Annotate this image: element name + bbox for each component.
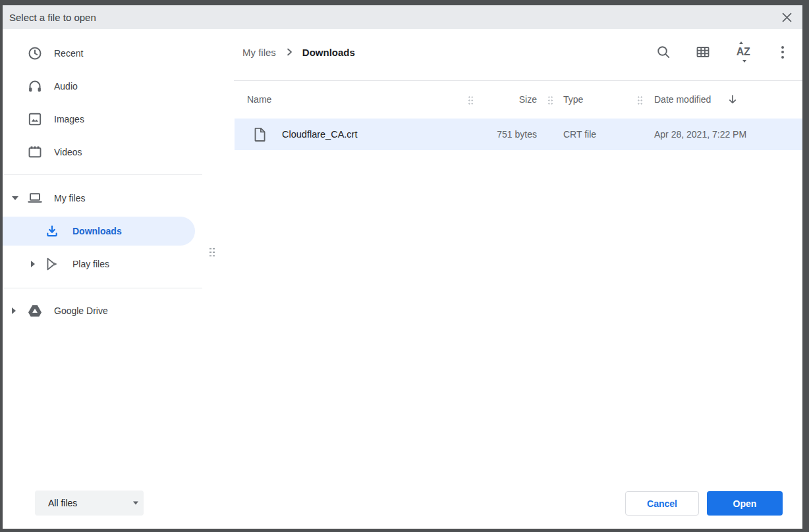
play-files-icon xyxy=(44,256,60,272)
column-header-type[interactable]: Type xyxy=(563,94,583,105)
sort-descending-arrow-icon[interactable] xyxy=(727,94,738,105)
sidebar-item-play-files[interactable]: Play files xyxy=(3,250,200,279)
sort-options-button[interactable]: AZ xyxy=(730,39,756,65)
column-resize-handle-icon[interactable] xyxy=(547,95,553,105)
file-date-modified: Apr 28, 2021, 7:22 PM xyxy=(654,129,746,140)
download-icon xyxy=(44,223,60,239)
dialog-title: Select a file to open xyxy=(9,12,96,23)
sidebar-divider xyxy=(4,288,202,288)
grid-view-icon xyxy=(696,45,710,59)
expand-arrow-icon[interactable] xyxy=(12,196,18,200)
file-row-cloudflare-ca[interactable]: Cloudflare_CA.crt 751 bytes CRT file Apr… xyxy=(235,119,802,150)
document-file-icon xyxy=(253,126,266,142)
sidebar-item-audio[interactable]: Audio xyxy=(3,72,200,101)
sort-az-icon: AZ xyxy=(737,47,750,57)
column-header-date-modified[interactable]: Date modified xyxy=(654,94,711,105)
header-divider xyxy=(234,80,802,81)
sidebar-label: Downloads xyxy=(72,226,122,236)
sidebar-item-my-files[interactable]: My files xyxy=(3,184,200,213)
breadcrumb-my-files[interactable]: My files xyxy=(242,47,276,58)
sidebar-resize-handle[interactable] xyxy=(209,247,215,257)
sidebar-label: Google Drive xyxy=(54,306,108,316)
file-name: Cloudflare_CA.crt xyxy=(282,129,357,140)
expand-arrow-icon[interactable] xyxy=(12,307,16,314)
image-icon xyxy=(27,111,43,127)
grid-view-button[interactable] xyxy=(690,39,716,65)
google-drive-icon xyxy=(27,303,43,319)
column-resize-handle-icon[interactable] xyxy=(637,95,643,105)
file-picker-dialog: Select a file to open Recent Audio Image… xyxy=(3,5,802,529)
laptop-icon xyxy=(27,190,43,206)
sidebar-item-videos[interactable]: Videos xyxy=(3,138,200,167)
sidebar-label: Videos xyxy=(54,147,82,157)
column-header-name[interactable]: Name xyxy=(247,94,271,105)
sidebar-label: Images xyxy=(54,114,84,124)
sidebar-label: Audio xyxy=(54,81,78,92)
close-icon xyxy=(782,13,792,22)
search-icon xyxy=(656,45,671,59)
file-type-filter-select[interactable]: All files xyxy=(35,491,144,516)
sidebar-divider xyxy=(4,174,202,175)
column-resize-handle-icon[interactable] xyxy=(468,95,474,105)
search-button[interactable] xyxy=(650,39,677,65)
dialog-titlebar: Select a file to open xyxy=(3,5,802,29)
sidebar-item-images[interactable]: Images xyxy=(3,105,200,134)
breadcrumb-downloads: Downloads xyxy=(302,47,355,58)
sidebar-item-recent[interactable]: Recent xyxy=(3,39,200,68)
cancel-button[interactable]: Cancel xyxy=(625,491,699,516)
file-type: CRT file xyxy=(563,129,596,140)
column-header-size[interactable]: Size xyxy=(497,94,537,105)
headphones-icon xyxy=(27,78,43,94)
expand-arrow-icon[interactable] xyxy=(31,261,35,267)
file-size: 751 bytes xyxy=(468,129,537,140)
close-button[interactable] xyxy=(777,8,796,26)
more-options-button[interactable] xyxy=(769,39,796,65)
sidebar-label: Recent xyxy=(54,48,83,59)
video-icon xyxy=(27,144,43,160)
caret-down-icon xyxy=(133,502,138,505)
sidebar-item-google-drive[interactable]: Google Drive xyxy=(3,296,200,325)
kebab-menu-icon xyxy=(781,46,784,59)
clock-icon xyxy=(27,45,43,61)
sidebar-label: Play files xyxy=(72,259,109,269)
open-button[interactable]: Open xyxy=(707,491,783,516)
chevron-right-icon xyxy=(285,48,293,56)
sidebar-label: My files xyxy=(54,193,85,203)
file-type-filter-value: All files xyxy=(48,498,77,508)
breadcrumb: My files Downloads xyxy=(242,43,355,61)
sidebar-item-downloads[interactable]: Downloads xyxy=(3,217,195,246)
